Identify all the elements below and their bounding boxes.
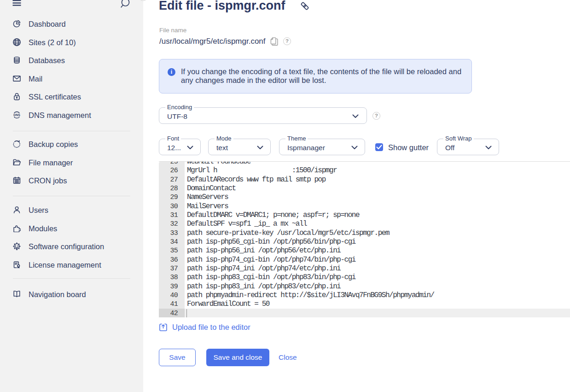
svg-text:DNS: DNS <box>13 113 20 117</box>
